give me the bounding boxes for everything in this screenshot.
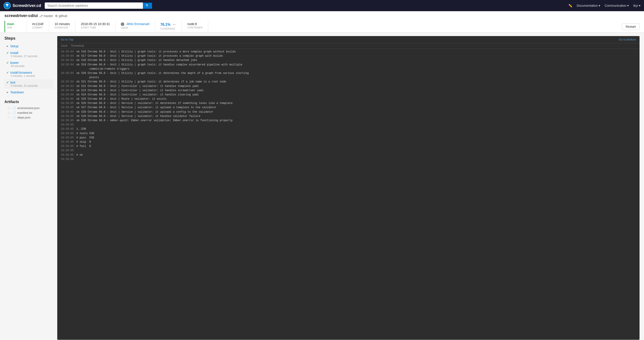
log-text: # ok <box>76 153 83 157</box>
step-test[interactable]: ✓ test 3 minutes, 21 seconds <box>4 79 54 89</box>
meta-job: main JOB <box>4 21 27 32</box>
log-timestamp: 10:39:05 <box>61 148 74 153</box>
log-line: 10:39:05# ok <box>61 153 636 157</box>
log-timestamp: 10:39:04 <box>61 63 74 71</box>
step-install-browsers-name: install-browsers <box>10 71 32 74</box>
search-container: 🔍 <box>45 3 152 9</box>
step-bower-name: bower <box>10 61 19 65</box>
log-text: # tests 530 <box>76 131 94 136</box>
artifact-steps[interactable]: └─ 📄 steps.json <box>4 115 54 120</box>
step-install-browsers[interactable]: ✓ install-browsers 2 minutes, 1 second <box>4 69 54 79</box>
log-line: 10:39:04ok 520 Chrome 66.0 - Unit | Util… <box>61 71 636 80</box>
log-line: 10:39:04ok 523 Chrome 66.0 - Unit | Cont… <box>61 88 636 93</box>
step-teardown[interactable]: ► Teardown <box>4 89 54 95</box>
file-icon: 📄 <box>12 107 16 110</box>
log-timestamp: 10:39:05 <box>61 101 74 105</box>
meta-duration: 10 minutes DURATION <box>49 21 75 32</box>
user-menu[interactable]: tkyi ▾ <box>633 4 640 8</box>
log-text: ok 529 Chrome 66.0 - Unit | Service | va… <box>76 114 200 118</box>
commit-value: #c1104f <box>32 22 44 26</box>
log-text: ok 521 Chrome 66.0 - Unit | Utility | gr… <box>76 80 226 84</box>
step-test-duration: 3 minutes, 21 seconds <box>6 84 52 87</box>
step-install-browsers-duration: 2 minutes, 1 second <box>6 74 52 78</box>
log-timestamp: 10:39:05 <box>61 97 74 101</box>
steps-title: Steps <box>4 36 54 41</box>
log-line: 10:39:05# skip 0 <box>61 140 636 144</box>
step-install[interactable]: ✓ install 2 minutes, 27 seconds <box>4 50 54 59</box>
log-line: 10:39:05# pass 530 <box>61 136 636 140</box>
log-timestamp: 10:39:06 <box>61 157 74 161</box>
log-text: ok 518 Chrome 66.0 - Unit | Utility | gr… <box>76 58 197 63</box>
meta-coverage: 76.1% ← COVERAGE <box>155 21 182 32</box>
pipeline-title: screwdriver-cd/ui ⎇ master ⚙ github <box>4 14 640 18</box>
log-timestamp: 10:39:05 <box>61 123 74 127</box>
log-text: 1..530 <box>76 127 86 131</box>
communication-link[interactable]: Communication ▾ <box>605 4 629 8</box>
go-to-top-link[interactable]: Go to Top <box>61 38 73 41</box>
github-icon: ⚙ <box>55 14 58 18</box>
pipeline-meta: main JOB #c1104f COMMIT 10 minutes DURAT… <box>4 21 640 32</box>
edit-icon[interactable]: ✏️ <box>568 4 572 8</box>
documentation-link[interactable]: Documentation ▾ <box>577 4 600 8</box>
log-timestamp-header: Timestamp <box>71 44 84 47</box>
log-line: 10:39:05ok 528 Chrome 66.0 - Unit | Serv… <box>61 110 636 114</box>
log-timestamp: 10:39:05 <box>61 127 74 131</box>
user-avatar-small <box>121 22 124 26</box>
step-test-name: test <box>10 81 16 84</box>
coverage-value: 76.1% ← <box>160 22 176 27</box>
step-bower[interactable]: ✓ bower 43 seconds <box>4 60 54 69</box>
log-timestamp: 10:39:05 <box>61 153 74 157</box>
log-timestamp: 10:39:04 <box>61 88 74 93</box>
start-time-value: 2018-05-15 10:30:31 <box>81 22 110 26</box>
log-line: 10:39:05ok 526 Chrome 66.0 - Unit | Serv… <box>61 101 636 105</box>
pipeline-branch: ⎇ master ⚙ github <box>39 14 67 18</box>
artifact-manifest[interactable]: ├─ 📄 manifest.txt <box>4 110 54 115</box>
meta-user: Jithin Emmanuel USER <box>116 21 155 32</box>
log-timestamp: 10:39:05 <box>61 131 74 136</box>
artifact-environment[interactable]: ├─ 📄 environment.json <box>4 106 54 110</box>
brand-logo: Screwdriver.cd <box>4 2 41 9</box>
log-text: ok 525 Chrome 66.0 - Unit | Route | vali… <box>76 97 166 101</box>
sidebar: Steps ► Setup ✓ install 2 minutes, 27 se… <box>4 36 54 340</box>
screwdriver-icon <box>4 2 11 9</box>
log-timestamp: 10:39:05 <box>61 118 74 123</box>
pipeline-name: screwdriver-cd/ui <box>4 14 38 18</box>
job-label: JOB <box>7 26 21 29</box>
log-header: Local Timestamp <box>57 43 640 49</box>
log-timestamp: 10:39:04 <box>61 58 74 63</box>
step-teardown-name: Teardown <box>10 90 24 94</box>
job-value: main <box>7 22 21 26</box>
log-text: ok 520 Chrome 66.0 - Unit | Utility | gr… <box>76 71 249 80</box>
log-local-header: Local <box>61 44 67 47</box>
log-timestamp: 10:39:05 <box>61 144 74 148</box>
log-line: 10:39:05ok 529 Chrome 66.0 - Unit | Serv… <box>61 114 636 118</box>
artifacts-section: Artifacts ├─ 📄 environment.json ├─ 📄 man… <box>4 100 54 120</box>
step-setup-name: Setup <box>10 44 18 48</box>
search-input[interactable] <box>45 3 143 9</box>
commit-label: COMMIT <box>32 26 44 29</box>
log-timestamp: 10:39:05 <box>61 114 74 118</box>
log-timestamp: 10:39:05 <box>61 136 74 140</box>
step-bower-check: ✓ <box>6 61 9 65</box>
log-line: 10:39:05 <box>61 148 636 153</box>
log-body[interactable]: 10:39:04ok 516 Chrome 66.0 - Unit | Util… <box>57 49 640 340</box>
log-timestamp: 10:39:04 <box>61 71 74 80</box>
step-setup[interactable]: ► Setup <box>4 43 54 49</box>
log-panel: Go to Top Go to Bottom Local Timestamp 1… <box>57 36 640 340</box>
log-timestamp: 10:39:04 <box>61 54 74 58</box>
log-text: ok 523 Chrome 66.0 - Unit | Controller |… <box>76 88 204 93</box>
log-line: 10:39:04ok 521 Chrome 66.0 - Unit | Util… <box>61 80 636 84</box>
container-label: CONTAINER <box>188 26 202 29</box>
go-to-bottom-link[interactable]: Go to Bottom <box>619 38 636 41</box>
restart-button[interactable]: Restart <box>622 23 640 30</box>
log-timestamp: 10:39:05 <box>61 105 74 110</box>
log-navigation: Go to Top Go to Bottom <box>57 36 640 43</box>
user-value: Jithin Emmanuel <box>121 22 149 26</box>
meta-commit: #c1104f COMMIT <box>27 21 49 32</box>
coverage-label: COVERAGE <box>160 27 176 30</box>
log-timestamp: 10:39:05 <box>61 93 74 97</box>
log-text: ok 530 Chrome 66.0 - ember-qunit: Ember.… <box>76 118 233 123</box>
log-text: ok 524 Chrome 66.0 - Unit | Controller |… <box>76 93 199 97</box>
search-button[interactable]: 🔍 <box>143 3 152 9</box>
navbar-right: ✏️ Documentation ▾ Communication ▾ tkyi … <box>568 4 640 8</box>
